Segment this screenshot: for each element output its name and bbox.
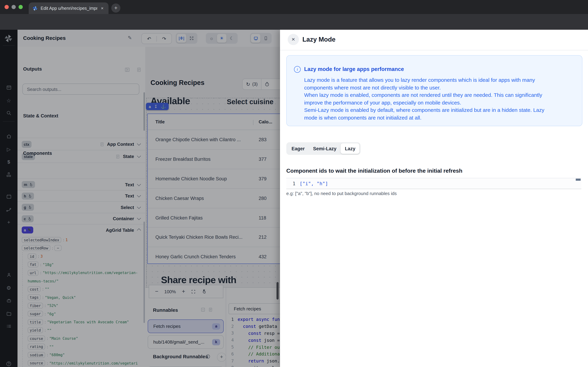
divider [280, 50, 588, 50]
info-line: Lazy mode is a feature that allows you t… [304, 76, 577, 84]
lazy-mode-toggle: Eager Semi-Lazy Lazy [286, 142, 361, 155]
windmill-app-editor: ☆ ▷ $ + ⚙ [0, 30, 588, 367]
info-line: When lazy mode is enabled, components ar… [304, 91, 577, 99]
windmill-favicon [32, 5, 38, 11]
info-line: improve the performance of your app, esp… [304, 99, 577, 106]
mode-option[interactable]: Lazy [341, 143, 360, 154]
window-minimize-button[interactable] [12, 5, 16, 9]
screen: Edit App u/henri/recipes_improved × + ← … [0, 0, 588, 367]
tab-title: Edit App u/henri/recipes_improved [41, 6, 97, 11]
component-ids-editor[interactable]: 1 ["i", "h"] [286, 178, 581, 189]
window-zoom-button[interactable] [18, 5, 23, 9]
component-ids-hint: e.g: ["a", "b"], no need to put backgrou… [286, 191, 397, 196]
close-drawer-button[interactable]: × [288, 34, 299, 45]
mode-option[interactable]: Eager [287, 143, 309, 154]
info-line: mode is when components are not initiali… [304, 114, 577, 121]
info-icon: i [294, 66, 301, 73]
component-ids-value[interactable]: ["i", "h"] [300, 181, 328, 186]
browser-tab[interactable]: Edit App u/henri/recipes_improved × [29, 2, 109, 14]
browser-tab-strip: Edit App u/henri/recipes_improved × + [0, 0, 588, 14]
info-line: Semi-Lazy mode is enabled by default, wh… [304, 106, 577, 114]
drawer-title: Lazy Mode [303, 36, 336, 43]
window-close-button[interactable] [5, 5, 9, 9]
info-body: Lazy mode is a feature that allows you t… [304, 76, 577, 121]
new-tab-button[interactable]: + [111, 3, 121, 13]
mode-option[interactable]: Semi-Lazy [309, 143, 341, 154]
tab-close-icon[interactable]: × [99, 6, 105, 11]
info-title: Lazy mode for large apps performance [304, 66, 404, 72]
info-line: components where most are not directly v… [304, 84, 577, 91]
lazy-mode-drawer: × Lazy Mode i Lazy mode for large apps p… [280, 30, 588, 367]
editor-mini-scrollbar[interactable] [576, 179, 581, 181]
modal-overlay[interactable] [0, 30, 280, 367]
lazy-mode-info-box: i Lazy mode for large apps performance L… [286, 55, 582, 126]
component-ids-heading: Component ids to wait the initialization… [286, 168, 462, 174]
browser-toolbar: ← → ↻ app.windmill.dev/apps/edit/u/henri… [0, 14, 588, 30]
editor-line-number: 1 [286, 181, 295, 186]
